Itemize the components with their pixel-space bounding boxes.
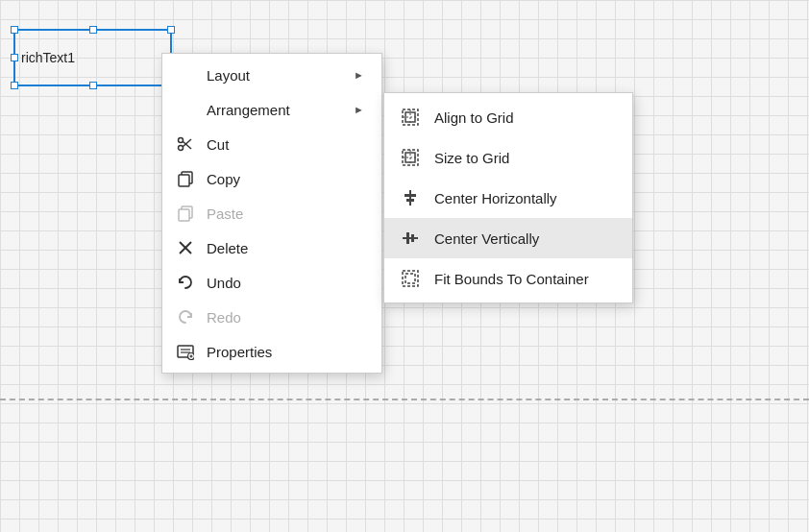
- dashed-line: [0, 399, 809, 400]
- menu-label-layout: Layout: [207, 67, 250, 84]
- menu-label-properties: Properties: [207, 344, 272, 360]
- layout-icon: [176, 65, 195, 85]
- menu-label-copy: Copy: [207, 171, 240, 187]
- svg-rect-12: [406, 232, 409, 244]
- align-grid-icon: [400, 107, 421, 128]
- context-menu: Layout ► Arrangement ► Align: [161, 53, 382, 374]
- submenu-item-fit-bounds[interactable]: Fit Bounds To Container: [384, 258, 632, 299]
- menu-label-undo: Undo: [207, 275, 241, 291]
- menu-item-copy[interactable]: Copy: [162, 161, 381, 196]
- svg-rect-15: [405, 274, 415, 283]
- center-h-icon: [400, 187, 421, 208]
- submenu-label-center-v: Center Vertically: [434, 230, 539, 247]
- arrangement-arrow: ►: [354, 104, 364, 115]
- properties-icon: [176, 342, 195, 361]
- menu-item-properties[interactable]: Properties: [162, 334, 381, 369]
- submenu-label-fit-bounds: Fit Bounds To Container: [434, 271, 589, 287]
- handle-tl: [11, 26, 18, 34]
- submenu-label-size-grid: Size to Grid: [434, 150, 509, 166]
- svg-rect-9: [404, 194, 416, 197]
- center-v-icon: [400, 228, 421, 249]
- layout-arrow: ►: [354, 69, 364, 81]
- handle-ml: [11, 54, 18, 61]
- paste-icon: [176, 204, 195, 223]
- menu-item-arrangement[interactable]: Arrangement ► Align to Grid: [162, 92, 381, 127]
- submenu-item-align-grid[interactable]: Align to Grid: [384, 97, 632, 137]
- menu-item-redo: Redo: [162, 300, 381, 334]
- size-grid-icon: [400, 147, 421, 168]
- arrangement-icon: [176, 100, 195, 119]
- menu-label-arrangement: Arrangement: [207, 102, 290, 118]
- submenu-item-size-grid[interactable]: Size to Grid: [384, 137, 632, 178]
- svg-rect-23: [179, 209, 189, 221]
- scissors-icon: [176, 134, 195, 154]
- submenu-label-align-grid: Align to Grid: [434, 109, 514, 126]
- menu-item-undo[interactable]: Undo: [162, 265, 381, 300]
- menu-item-delete[interactable]: Delete: [162, 230, 381, 265]
- handle-bc: [89, 82, 97, 89]
- fit-bounds-icon: [400, 268, 421, 289]
- submenu-item-center-h[interactable]: Center Horizontally: [384, 178, 632, 218]
- menu-item-layout[interactable]: Layout ►: [162, 58, 381, 92]
- component-label: richText1: [21, 50, 75, 65]
- redo-icon: [176, 307, 195, 326]
- svg-rect-10: [406, 199, 414, 202]
- submenu-arrangement: Align to Grid Size to Grid: [383, 92, 633, 303]
- delete-icon: [176, 238, 195, 257]
- handle-tc: [89, 26, 97, 34]
- richtext-component[interactable]: richText1: [13, 29, 172, 86]
- menu-item-cut[interactable]: Cut: [162, 127, 381, 161]
- handle-bl: [11, 82, 18, 89]
- menu-label-redo: Redo: [207, 309, 241, 326]
- menu-label-cut: Cut: [207, 136, 229, 153]
- svg-rect-13: [411, 234, 414, 242]
- copy-icon: [176, 169, 195, 188]
- submenu-label-center-h: Center Horizontally: [434, 190, 557, 206]
- undo-icon: [176, 273, 195, 292]
- handle-tr: [167, 26, 175, 34]
- svg-rect-21: [179, 175, 189, 186]
- menu-item-paste: Paste: [162, 196, 381, 230]
- submenu-item-center-v[interactable]: Center Vertically: [384, 218, 632, 258]
- menu-label-delete: Delete: [207, 240, 248, 256]
- menu-label-paste: Paste: [207, 206, 243, 222]
